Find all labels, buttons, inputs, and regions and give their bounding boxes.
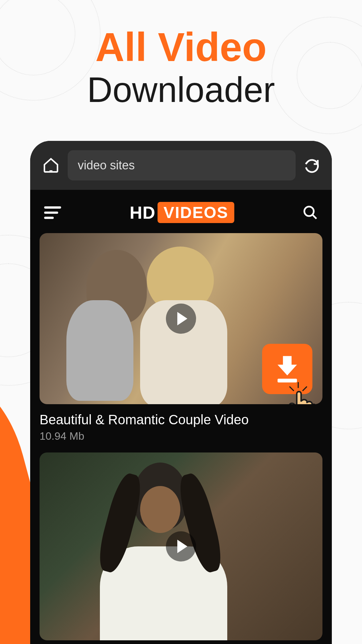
app-logo: HD VIDEOS [130,202,235,223]
app-header: HD VIDEOS [40,190,322,233]
play-icon [177,312,187,325]
play-icon [177,540,187,553]
svg-point-4 [304,207,314,216]
browser-bar: video sites [30,141,332,190]
video-thumbnail[interactable] [40,233,322,404]
refresh-icon[interactable] [304,157,320,173]
url-input[interactable]: video sites [68,150,296,180]
logo-badge: VIDEOS [158,202,234,223]
headline-line-2: Downloader [0,70,362,109]
play-button[interactable] [166,304,196,334]
logo-prefix: HD [130,203,156,223]
marketing-headline: All Video Downloader [0,0,362,109]
play-button[interactable] [166,531,196,561]
svg-line-7 [290,386,294,391]
video-thumbnail[interactable] [40,452,322,640]
svg-line-5 [312,215,316,219]
headline-line-1: All Video [0,27,362,67]
video-card[interactable] [40,452,322,640]
menu-icon[interactable] [44,205,62,220]
pointer-cursor-icon [282,381,322,404]
search-icon[interactable] [302,205,318,221]
video-size: 10.94 Mb [40,430,322,442]
video-title: Beautiful & Romantic Couple Video [40,412,322,427]
home-icon[interactable] [42,157,60,174]
video-card[interactable]: Beautiful & Romantic Couple Video 10.94 … [40,233,322,442]
svg-line-9 [303,386,307,391]
download-icon [274,354,301,384]
phone-mockup: video sites HD VIDEOS [30,141,332,644]
